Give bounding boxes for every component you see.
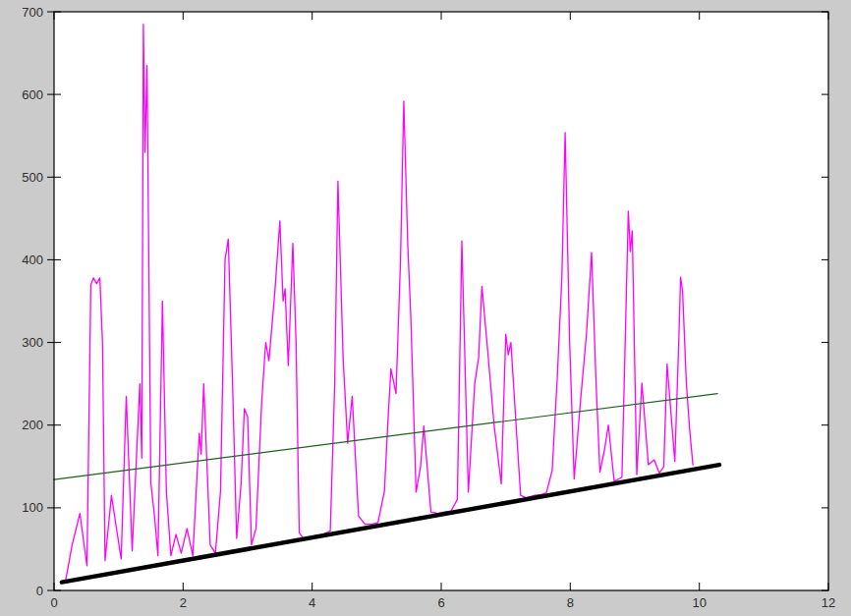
y-tick-label: 300 (22, 335, 43, 350)
y-tick-label: 500 (22, 170, 43, 185)
y-tick-label: 700 (22, 5, 43, 20)
figure-window: 0246810120100200300400500600700 (0, 0, 851, 616)
x-tick-label: 2 (180, 595, 187, 610)
x-tick-label: 4 (309, 595, 315, 610)
axes-background (54, 12, 828, 590)
x-tick-label: 12 (822, 595, 835, 610)
x-tick-label: 0 (50, 595, 57, 610)
chart-plot: 0246810120100200300400500600700 (0, 0, 851, 616)
x-tick-label: 6 (437, 595, 444, 610)
y-tick-label: 400 (22, 252, 43, 267)
y-tick-label: 600 (22, 87, 43, 102)
y-tick-label: 100 (22, 500, 43, 515)
x-tick-label: 8 (567, 595, 574, 610)
y-tick-label: 0 (36, 584, 43, 598)
x-tick-label: 10 (692, 595, 706, 610)
y-tick-label: 200 (22, 418, 43, 432)
